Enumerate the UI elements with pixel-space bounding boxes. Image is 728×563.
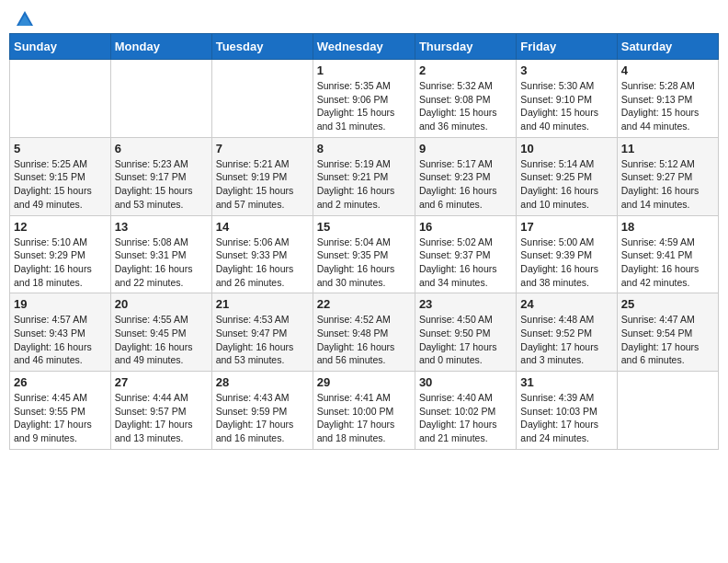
day-number: 30: [419, 375, 512, 389]
calendar-cell: 18Sunrise: 4:59 AMSunset: 9:41 PMDayligh…: [617, 215, 718, 293]
calendar-cell: [110, 60, 211, 138]
day-number: 3: [520, 63, 612, 77]
calendar-cell: 10Sunrise: 5:14 AMSunset: 9:25 PMDayligh…: [517, 137, 617, 215]
calendar-cell: 23Sunrise: 4:50 AMSunset: 9:50 PMDayligh…: [415, 293, 516, 372]
calendar-cell: 24Sunrise: 4:48 AMSunset: 9:52 PMDayligh…: [517, 293, 617, 372]
calendar-cell: 7Sunrise: 5:21 AMSunset: 9:19 PMDaylight…: [211, 137, 313, 215]
day-info: Sunrise: 4:52 AMSunset: 9:48 PMDaylight:…: [317, 313, 411, 367]
day-header-tuesday: Tuesday: [211, 34, 313, 60]
calendar-cell: 9Sunrise: 5:17 AMSunset: 9:23 PMDaylight…: [415, 137, 516, 215]
day-info: Sunrise: 5:04 AMSunset: 9:35 PMDaylight:…: [317, 236, 411, 290]
day-info: Sunrise: 5:25 AMSunset: 9:15 PMDaylight:…: [14, 157, 107, 212]
day-number: 10: [520, 142, 612, 155]
day-info: Sunrise: 4:53 AMSunset: 9:47 PMDaylight:…: [216, 313, 309, 367]
calendar-cell: 8Sunrise: 5:19 AMSunset: 9:21 PMDaylight…: [313, 137, 415, 215]
day-info: Sunrise: 4:47 AMSunset: 9:54 PMDaylight:…: [621, 313, 714, 367]
calendar-cell: 31Sunrise: 4:39 AMSunset: 10:03 PMDaylig…: [517, 372, 617, 450]
calendar-cell: 22Sunrise: 4:52 AMSunset: 9:48 PMDayligh…: [313, 293, 415, 372]
day-number: 22: [317, 297, 411, 311]
day-number: 17: [520, 220, 612, 234]
day-number: 4: [621, 63, 714, 77]
day-info: Sunrise: 4:57 AMSunset: 9:43 PMDaylight:…: [14, 313, 107, 367]
calendar-cell: 2Sunrise: 5:32 AMSunset: 9:08 PMDaylight…: [415, 60, 516, 138]
day-info: Sunrise: 5:32 AMSunset: 9:08 PMDaylight:…: [419, 79, 512, 133]
calendar-cell: [211, 60, 313, 138]
calendar-week-row: 26Sunrise: 4:45 AMSunset: 9:55 PMDayligh…: [10, 372, 719, 450]
day-info: Sunrise: 5:23 AMSunset: 9:17 PMDaylight:…: [115, 157, 208, 212]
day-number: 29: [317, 375, 411, 389]
calendar-cell: 27Sunrise: 4:44 AMSunset: 9:57 PMDayligh…: [110, 372, 211, 450]
day-info: Sunrise: 5:10 AMSunset: 9:29 PMDaylight:…: [14, 236, 107, 290]
day-number: 31: [520, 375, 612, 389]
calendar-cell: 11Sunrise: 5:12 AMSunset: 9:27 PMDayligh…: [617, 137, 718, 215]
day-number: 28: [216, 375, 309, 389]
day-info: Sunrise: 5:06 AMSunset: 9:33 PMDaylight:…: [216, 236, 309, 290]
day-number: 1: [317, 63, 411, 77]
day-info: Sunrise: 5:17 AMSunset: 9:23 PMDaylight:…: [419, 157, 512, 212]
calendar-cell: 15Sunrise: 5:04 AMSunset: 9:35 PMDayligh…: [313, 215, 415, 293]
day-number: 12: [14, 220, 107, 234]
calendar-cell: 5Sunrise: 5:25 AMSunset: 9:15 PMDaylight…: [10, 137, 111, 215]
day-info: Sunrise: 5:21 AMSunset: 9:19 PMDaylight:…: [216, 157, 309, 212]
calendar-header-row: SundayMondayTuesdayWednesdayThursdayFrid…: [10, 34, 719, 60]
day-number: 16: [419, 220, 512, 234]
day-number: 15: [317, 220, 411, 234]
day-number: 18: [621, 220, 714, 234]
day-info: Sunrise: 4:41 AMSunset: 10:00 PMDaylight…: [317, 391, 411, 445]
day-number: 6: [115, 142, 208, 155]
day-info: Sunrise: 5:19 AMSunset: 9:21 PMDaylight:…: [317, 157, 411, 212]
calendar-week-row: 1Sunrise: 5:35 AMSunset: 9:06 PMDaylight…: [10, 60, 719, 138]
day-info: Sunrise: 5:14 AMSunset: 9:25 PMDaylight:…: [520, 157, 612, 212]
day-number: 26: [14, 375, 107, 389]
calendar-cell: 20Sunrise: 4:55 AMSunset: 9:45 PMDayligh…: [110, 293, 211, 372]
calendar-cell: 16Sunrise: 5:02 AMSunset: 9:37 PMDayligh…: [415, 215, 516, 293]
logo: [13, 9, 35, 26]
day-number: 25: [621, 297, 714, 311]
calendar-cell: 14Sunrise: 5:06 AMSunset: 9:33 PMDayligh…: [211, 215, 313, 293]
day-header-saturday: Saturday: [617, 34, 718, 60]
day-number: 23: [419, 297, 512, 311]
day-info: Sunrise: 5:08 AMSunset: 9:31 PMDaylight:…: [115, 236, 208, 290]
calendar-cell: 28Sunrise: 4:43 AMSunset: 9:59 PMDayligh…: [211, 372, 313, 450]
day-number: 13: [115, 220, 208, 234]
day-info: Sunrise: 4:43 AMSunset: 9:59 PMDaylight:…: [216, 391, 309, 445]
calendar-week-row: 5Sunrise: 5:25 AMSunset: 9:15 PMDaylight…: [10, 137, 719, 215]
day-info: Sunrise: 5:00 AMSunset: 9:39 PMDaylight:…: [520, 236, 612, 290]
calendar-cell: 26Sunrise: 4:45 AMSunset: 9:55 PMDayligh…: [10, 372, 111, 450]
day-header-monday: Monday: [110, 34, 211, 60]
day-header-wednesday: Wednesday: [313, 34, 415, 60]
day-info: Sunrise: 4:48 AMSunset: 9:52 PMDaylight:…: [520, 313, 612, 367]
day-info: Sunrise: 4:55 AMSunset: 9:45 PMDaylight:…: [115, 313, 208, 367]
day-number: 19: [14, 297, 107, 311]
calendar-cell: 30Sunrise: 4:40 AMSunset: 10:02 PMDaylig…: [415, 372, 516, 450]
day-number: 14: [216, 220, 309, 234]
day-info: Sunrise: 4:39 AMSunset: 10:03 PMDaylight…: [520, 391, 612, 445]
calendar-cell: [10, 60, 111, 138]
day-info: Sunrise: 5:30 AMSunset: 9:10 PMDaylight:…: [520, 79, 612, 133]
day-number: 9: [419, 142, 512, 155]
calendar-cell: 6Sunrise: 5:23 AMSunset: 9:17 PMDaylight…: [110, 137, 211, 215]
day-info: Sunrise: 4:45 AMSunset: 9:55 PMDaylight:…: [14, 391, 107, 445]
day-number: 11: [621, 142, 714, 155]
calendar-week-row: 19Sunrise: 4:57 AMSunset: 9:43 PMDayligh…: [10, 293, 719, 372]
page-header: [9, 9, 719, 26]
day-number: 21: [216, 297, 309, 311]
day-number: 24: [520, 297, 612, 311]
calendar-cell: 21Sunrise: 4:53 AMSunset: 9:47 PMDayligh…: [211, 293, 313, 372]
day-info: Sunrise: 4:50 AMSunset: 9:50 PMDaylight:…: [419, 313, 512, 367]
day-number: 8: [317, 142, 411, 155]
day-info: Sunrise: 5:35 AMSunset: 9:06 PMDaylight:…: [317, 79, 411, 133]
day-info: Sunrise: 5:28 AMSunset: 9:13 PMDaylight:…: [621, 79, 714, 133]
calendar-cell: [617, 372, 718, 450]
day-header-thursday: Thursday: [415, 34, 516, 60]
logo-icon: [15, 9, 35, 29]
day-number: 2: [419, 63, 512, 77]
day-number: 27: [115, 375, 208, 389]
calendar-cell: 3Sunrise: 5:30 AMSunset: 9:10 PMDaylight…: [517, 60, 617, 138]
day-info: Sunrise: 4:40 AMSunset: 10:02 PMDaylight…: [419, 391, 512, 445]
day-header-sunday: Sunday: [10, 34, 111, 60]
calendar-cell: 29Sunrise: 4:41 AMSunset: 10:00 PMDaylig…: [313, 372, 415, 450]
calendar-table: SundayMondayTuesdayWednesdayThursdayFrid…: [9, 33, 719, 450]
calendar-cell: 17Sunrise: 5:00 AMSunset: 9:39 PMDayligh…: [517, 215, 617, 293]
calendar-cell: 4Sunrise: 5:28 AMSunset: 9:13 PMDaylight…: [617, 60, 718, 138]
